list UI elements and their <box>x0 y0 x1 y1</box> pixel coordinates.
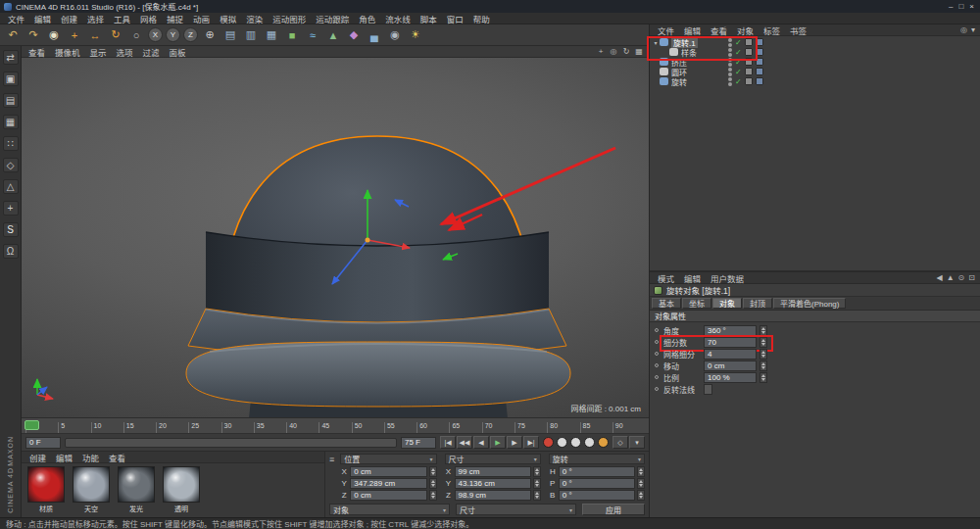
model-mode-icon[interactable]: ▣ <box>3 72 19 86</box>
keyframe-bullet-icon[interactable] <box>655 328 659 332</box>
tab-object[interactable]: 对象 <box>712 298 742 309</box>
minimize-button[interactable]: – <box>949 2 953 12</box>
timeline-playhead[interactable] <box>24 420 39 430</box>
phong-tag-icon[interactable] <box>745 48 753 56</box>
rotate-tool-icon[interactable]: ↻ <box>106 25 125 44</box>
current-frame-field[interactable]: 0 F <box>25 437 61 449</box>
lock-x-axis-icon[interactable]: X <box>148 27 163 42</box>
value-spinner[interactable] <box>760 361 767 371</box>
scale-tool-icon[interactable]: ↔ <box>85 25 105 44</box>
om-filter-icon[interactable]: ▾ <box>971 25 975 34</box>
viewport-menu-item[interactable]: 查看 <box>24 46 50 58</box>
viewport-menu-item[interactable]: 显示 <box>85 46 112 58</box>
viewport-menu-item[interactable]: 选项 <box>112 46 138 58</box>
keyframe-bullet-icon[interactable] <box>655 340 659 344</box>
value-spinner[interactable] <box>533 478 541 489</box>
generators-icon[interactable]: ▲ <box>323 25 343 44</box>
visibility-toggle-icons[interactable] <box>728 77 732 86</box>
value-spinner[interactable] <box>637 478 645 489</box>
coord-value-field[interactable]: 0 ° <box>559 490 635 501</box>
coords-menu-icon[interactable] <box>329 455 334 464</box>
value-spinner[interactable] <box>429 466 437 477</box>
coord-column-header[interactable]: 尺寸 <box>445 454 541 464</box>
expand-toggle-icon[interactable]: ▾ <box>652 39 660 46</box>
menubar-item[interactable]: 帮助 <box>468 13 495 24</box>
object-manager-menu-item[interactable]: 标签 <box>759 24 785 36</box>
coord-column-header[interactable]: 位置 <box>340 454 436 464</box>
phong-tag-icon[interactable] <box>745 68 753 75</box>
render-picture-viewer-icon[interactable]: ▥ <box>241 25 261 44</box>
end-frame-field[interactable]: 75 F <box>401 437 436 449</box>
enable-check-icon[interactable] <box>735 77 742 86</box>
live-selection-icon[interactable]: ◉ <box>44 25 64 44</box>
render-view-icon[interactable]: ▤ <box>220 25 240 44</box>
enable-snap-icon[interactable]: Ω <box>3 244 19 259</box>
material-tag-icon[interactable] <box>756 38 763 46</box>
object-manager-menu-item[interactable]: 书签 <box>785 24 811 36</box>
menubar-item[interactable]: 流水线 <box>380 13 416 24</box>
value-spinner[interactable] <box>533 466 541 477</box>
material-thumbnail[interactable] <box>73 466 110 503</box>
workplane-mode-icon[interactable]: ▦ <box>3 115 19 129</box>
attr-lock-icon[interactable]: ⊡ <box>968 273 975 282</box>
keyframe-bullet-icon[interactable] <box>655 375 659 379</box>
apply-button[interactable]: 应用 <box>582 504 645 515</box>
next-frame-button[interactable]: ▶ <box>507 436 522 449</box>
object-manager-menu-item[interactable]: 文件 <box>653 24 679 36</box>
points-mode-icon[interactable]: ∷ <box>3 136 19 151</box>
menubar-item[interactable]: 角色 <box>354 13 380 24</box>
value-spinner[interactable] <box>429 490 437 501</box>
attr-track-icon[interactable]: ⊙ <box>958 273 965 282</box>
menubar-item[interactable]: 网格 <box>135 13 162 24</box>
attribute-menu-item[interactable]: 模式 <box>653 272 679 284</box>
material-tag-icon[interactable] <box>756 58 763 66</box>
record-scale-button[interactable] <box>584 437 595 448</box>
menubar-item[interactable]: 渲染 <box>241 13 268 24</box>
tab-basic[interactable]: 基本 <box>652 298 681 309</box>
attribute-menu-item[interactable]: 编辑 <box>679 272 706 284</box>
viewport-menu-item[interactable]: 摄像机 <box>50 46 85 58</box>
visibility-toggle-icons[interactable] <box>728 68 732 76</box>
value-spinner[interactable] <box>429 478 437 489</box>
coord-value-field[interactable]: 99 cm <box>455 466 531 477</box>
rotate-view-icon[interactable]: ↻ <box>621 47 631 56</box>
value-spinner[interactable] <box>760 337 767 348</box>
enable-check-icon[interactable] <box>735 68 742 76</box>
attribute-menu-item[interactable]: 用户数据 <box>706 272 749 284</box>
deformers-icon[interactable]: ◆ <box>344 25 364 44</box>
viewport-menu-item[interactable]: 过滤 <box>138 46 165 58</box>
enable-check-icon[interactable] <box>735 58 742 67</box>
enable-check-icon[interactable] <box>735 38 742 47</box>
attr-back-icon[interactable]: ◀ <box>937 273 943 282</box>
phong-tag-icon[interactable] <box>745 58 753 66</box>
material-thumbnail[interactable] <box>27 466 65 503</box>
object-row-lathe[interactable]: 旋转 <box>650 76 980 86</box>
tab-caps[interactable]: 封顶 <box>743 298 772 309</box>
phong-tag-icon[interactable] <box>745 38 753 46</box>
primitive-cube-icon[interactable]: ■ <box>282 25 302 44</box>
attribute-value-field[interactable]: 4 <box>704 349 757 360</box>
coord-value-field[interactable]: 43.136 cm <box>455 478 531 489</box>
enable-check-icon[interactable] <box>735 48 742 57</box>
object-name[interactable]: 旋转 <box>671 76 687 87</box>
object-row-ring[interactable]: 圆环 <box>650 67 980 76</box>
lock-z-axis-icon[interactable]: Z <box>183 27 198 42</box>
value-spinner[interactable] <box>637 490 645 501</box>
coord-column-header[interactable]: 旋转 <box>549 454 645 464</box>
coord-value-field[interactable]: 0 ° <box>559 478 635 489</box>
coord-value-field[interactable]: 0 ° <box>559 466 635 477</box>
menubar-item[interactable]: 脚本 <box>416 13 442 24</box>
tab-coordinates[interactable]: 坐标 <box>682 298 711 309</box>
phong-tag-icon[interactable] <box>745 77 753 85</box>
material-thumbnail[interactable] <box>118 466 155 503</box>
keyframe-bullet-icon[interactable] <box>655 387 659 391</box>
visibility-toggle-icons[interactable] <box>728 38 732 47</box>
material-menu-item[interactable]: 编辑 <box>51 452 77 463</box>
environment-icon[interactable]: ▄ <box>365 25 384 44</box>
record-keyframe-button[interactable] <box>543 437 554 448</box>
timeline-ruler[interactable]: 051015202530354045505560657075808590 <box>22 418 649 434</box>
material-tag-icon[interactable] <box>756 77 763 85</box>
value-spinner[interactable] <box>637 466 645 477</box>
viewport-solo-icon[interactable]: S <box>3 222 19 237</box>
3d-viewport[interactable]: 网格间距 : 0.001 cm <box>22 58 649 418</box>
